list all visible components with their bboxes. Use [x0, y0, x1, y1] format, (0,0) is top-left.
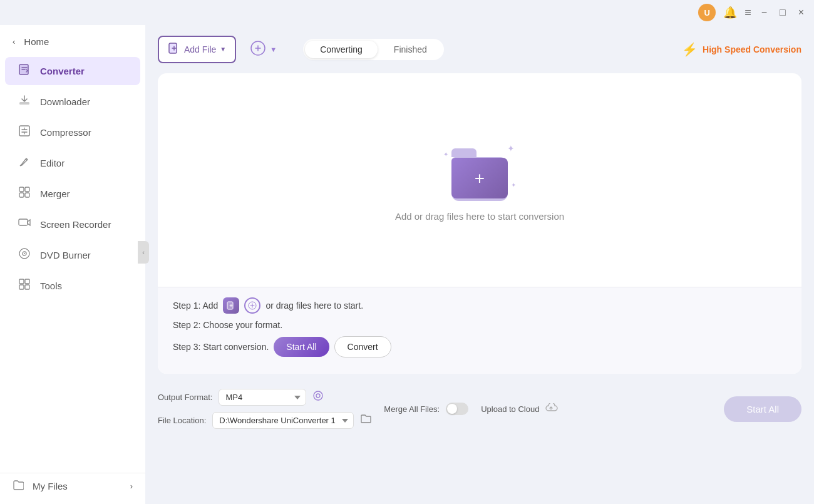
dvd-burner-icon	[18, 247, 31, 263]
step3-row: Step 3: Start conversion. Start All Conv…	[173, 336, 786, 357]
upload-cloud-label: Upload to Cloud	[481, 404, 539, 414]
sidebar-screen-recorder-label: Screen Recorder	[40, 219, 111, 230]
content-area: Add File ▼ ▼ Converting Finished ⚡	[145, 25, 814, 504]
screen-recorder-icon	[18, 217, 31, 232]
folder-plus-icon: +	[475, 168, 485, 188]
sidebar-item-dvd-burner[interactable]: DVD Burner	[5, 241, 140, 269]
sidebar-home-label: Home	[24, 36, 49, 47]
location-row: File Location: D:\Wondershare UniConvert…	[158, 412, 371, 429]
toolbar: Add File ▼ ▼ Converting Finished ⚡	[158, 35, 801, 63]
step1-row: Step 1: Add or drag	[173, 297, 786, 314]
tools-icon	[18, 278, 31, 294]
add-url-button[interactable]: ▼	[244, 35, 283, 63]
add-file-button[interactable]: Add File ▼	[158, 36, 236, 63]
drop-text: Add or drag files here to start conversi…	[395, 211, 564, 222]
browse-folder-button[interactable]	[360, 414, 371, 427]
add-file-label: Add File	[184, 44, 216, 54]
bottom-bar: Output Format: MP4 File Location: D:\	[158, 384, 801, 434]
app-body: ‹ Home Converter Downloader	[0, 25, 814, 504]
sidebar: ‹ Home Converter Downloader	[0, 25, 145, 504]
high-speed-section: ⚡ High Speed Conversion	[682, 42, 801, 57]
sidebar-editor-label: Editor	[40, 158, 64, 168]
sidebar-item-editor[interactable]: Editor	[5, 149, 140, 177]
high-speed-label: High Speed Conversion	[703, 44, 801, 54]
downloader-icon	[18, 94, 31, 110]
add-url-icon	[250, 40, 266, 58]
add-file-icon	[168, 42, 180, 57]
sidebar-converter-label: Converter	[40, 66, 85, 76]
sidebar-item-downloader[interactable]: Downloader	[5, 88, 140, 116]
svg-rect-5	[25, 187, 29, 192]
step1-suffix: or drag files here to start.	[265, 301, 363, 311]
start-all-button[interactable]: Start All	[274, 337, 329, 357]
folder-main: +	[451, 158, 508, 198]
notification-icon[interactable]: 🔔	[723, 6, 737, 19]
sidebar-item-converter[interactable]: Converter	[5, 57, 140, 85]
bottom-left: Output Format: MP4 File Location: D:\	[158, 389, 371, 429]
drop-area[interactable]: + ✦ ✦ ✦ Add or drag files here to start …	[158, 73, 801, 287]
tab-toggle: Converting Finished	[303, 39, 444, 60]
sparkle-icon-1: ✦	[507, 143, 515, 153]
sidebar-item-tools[interactable]: Tools	[5, 272, 140, 300]
merge-toggle[interactable]	[446, 403, 468, 415]
svg-rect-15	[25, 285, 29, 289]
svg-rect-8	[19, 219, 28, 225]
menu-icon[interactable]: ≡	[744, 6, 751, 19]
sparkle-icon-2: ✦	[443, 151, 448, 158]
folder-tab	[451, 148, 477, 157]
chevron-left-icon: ‹	[13, 37, 15, 46]
svg-rect-4	[19, 187, 24, 192]
maximize-button[interactable]: □	[777, 6, 788, 19]
sidebar-merger-label: Merger	[40, 188, 70, 199]
svg-rect-14	[19, 285, 24, 289]
titlebar: U 🔔 ≡ − □ ×	[0, 0, 814, 25]
format-row: Output Format: MP4	[158, 389, 371, 406]
svg-rect-13	[25, 279, 29, 284]
finished-tab[interactable]: Finished	[379, 41, 442, 58]
sidebar-item-screen-recorder[interactable]: Screen Recorder	[5, 210, 140, 239]
editor-icon	[18, 155, 31, 171]
start-all-main-button[interactable]: Start All	[724, 396, 801, 422]
converting-tab[interactable]: Converting	[305, 41, 378, 58]
step1-add-file-icon[interactable]	[223, 297, 239, 314]
svg-rect-7	[25, 193, 29, 197]
location-select[interactable]: D:\Wondershare UniConverter 1	[212, 412, 354, 429]
format-settings-button[interactable]	[312, 390, 324, 404]
step3-text: Step 3: Start conversion.	[173, 342, 269, 352]
converter-icon	[18, 63, 31, 79]
svg-rect-2	[19, 102, 29, 105]
add-url-caret-icon: ▼	[270, 46, 277, 53]
sidebar-my-files[interactable]: My Files ›	[0, 473, 145, 499]
cloud-row: Upload to Cloud	[481, 402, 558, 416]
sidebar-item-compressor[interactable]: Compressor	[5, 118, 140, 147]
step1-add-url-icon[interactable]	[244, 297, 260, 314]
step2-row: Step 2: Choose your format.	[173, 320, 786, 330]
svg-point-21	[314, 391, 322, 400]
svg-rect-12	[19, 279, 24, 284]
svg-rect-6	[19, 193, 24, 197]
format-select[interactable]: MP4	[219, 389, 306, 406]
avatar: U	[698, 4, 716, 21]
step2-text: Step 2: Choose your format.	[173, 320, 282, 330]
sidebar-item-home[interactable]: ‹ Home	[0, 30, 145, 53]
arrow-right-icon: ›	[130, 481, 133, 491]
drop-zone[interactable]: + ✦ ✦ ✦ Add or drag files here to start …	[158, 73, 801, 374]
sidebar-tools-label: Tools	[40, 280, 62, 291]
sparkle-icon-3: ✦	[511, 182, 516, 188]
my-files-label: My Files	[33, 481, 68, 491]
svg-point-11	[24, 253, 25, 254]
sidebar-compressor-label: Compressor	[40, 127, 91, 138]
minimize-button[interactable]: −	[759, 6, 770, 19]
merge-all-label: Merge All Files:	[384, 404, 440, 414]
steps-area: Step 1: Add or drag	[158, 287, 801, 374]
svg-point-22	[316, 394, 320, 398]
compressor-icon	[18, 125, 31, 140]
sidebar-downloader-label: Downloader	[40, 96, 90, 107]
sidebar-collapse-handle[interactable]: ‹	[138, 241, 149, 264]
my-files-icon	[13, 480, 24, 493]
sidebar-item-merger[interactable]: Merger	[5, 180, 140, 208]
convert-button[interactable]: Convert	[334, 336, 391, 357]
upload-cloud-button[interactable]	[544, 402, 558, 416]
merge-row: Merge All Files:	[384, 403, 468, 415]
close-button[interactable]: ×	[796, 6, 806, 19]
